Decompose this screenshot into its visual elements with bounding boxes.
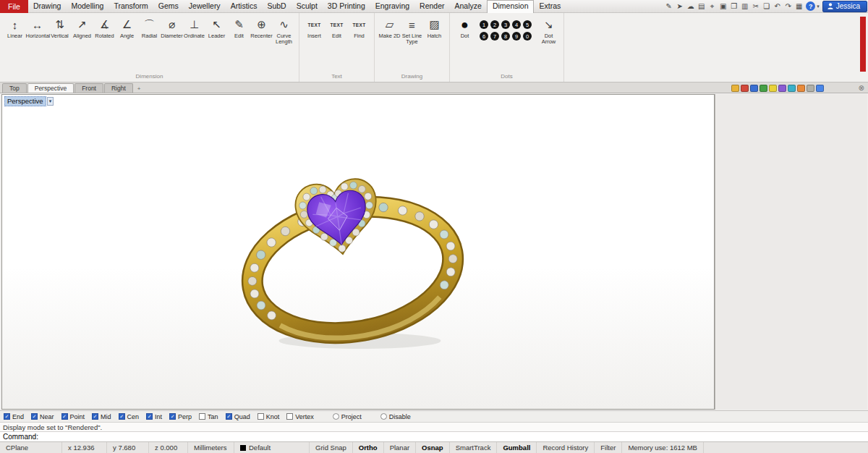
viewport-perspective[interactable]: Perspective ▾ bbox=[1, 94, 715, 410]
status-cplane[interactable]: CPlane bbox=[0, 442, 62, 453]
menu-sculpt[interactable]: Sculpt bbox=[292, 0, 323, 13]
angle-button[interactable]: ∠Angle bbox=[116, 15, 138, 40]
osnap-near[interactable]: ✓Near bbox=[31, 413, 54, 420]
dot-0-button[interactable]: 0 bbox=[523, 32, 532, 41]
edit-button[interactable]: ✎Edit bbox=[228, 15, 250, 40]
menu-render[interactable]: Render bbox=[414, 0, 449, 13]
osnap-mid[interactable]: ✓Mid bbox=[92, 413, 111, 420]
menu-dimension[interactable]: Dimension bbox=[487, 0, 535, 13]
dot-4-button[interactable]: 4 bbox=[512, 20, 521, 29]
close-panel-icon[interactable]: ⊗ bbox=[859, 84, 864, 93]
osnap-knot[interactable]: Knot bbox=[258, 413, 280, 420]
osnap-cen[interactable]: ✓Cen bbox=[119, 413, 140, 420]
dot-5-button[interactable]: 5 bbox=[523, 20, 532, 29]
screenshot-icon[interactable]: ▣ bbox=[718, 1, 728, 12]
redo-icon[interactable]: ↷ bbox=[783, 1, 793, 12]
osnap-tan[interactable]: Tan bbox=[199, 413, 218, 420]
rotated-button[interactable]: ∡Rotated bbox=[93, 15, 116, 40]
menu-artistics[interactable]: Artistics bbox=[226, 0, 263, 13]
viewport-title[interactable]: Perspective bbox=[4, 96, 46, 106]
dot-9-button[interactable]: 9 bbox=[512, 32, 521, 41]
menu-engraving[interactable]: Engraving bbox=[370, 0, 414, 13]
linear-button[interactable]: ↕Linear bbox=[4, 15, 26, 40]
clipboard-copy-icon[interactable]: ❐ bbox=[728, 1, 739, 12]
cloud-icon[interactable]: ☁ bbox=[685, 1, 696, 12]
viewport-title-menu[interactable]: Perspective ▾ bbox=[4, 96, 54, 106]
curve-length-button[interactable]: ∿Curve Length bbox=[273, 15, 295, 46]
chevron-down-icon[interactable]: ▾ bbox=[47, 97, 54, 106]
status-default[interactable]: Default bbox=[234, 442, 310, 453]
pointer-icon[interactable]: ➤ bbox=[674, 1, 685, 12]
status-x-12-936[interactable]: x 12.936 bbox=[62, 442, 107, 453]
add-view-tab-icon[interactable]: + bbox=[134, 85, 145, 93]
chevron-down-icon[interactable]: ▾ bbox=[817, 4, 820, 9]
osnap-end[interactable]: ✓End bbox=[4, 413, 24, 420]
status-millimeters[interactable]: Millimeters bbox=[188, 442, 234, 453]
annotate-pen-icon[interactable]: ✎ bbox=[663, 1, 674, 12]
mic-icon[interactable]: ⌖ bbox=[707, 1, 718, 12]
named-views-panel-icon[interactable] bbox=[807, 85, 814, 92]
view-tab-right[interactable]: Right bbox=[104, 83, 133, 93]
dot-8-button[interactable]: 8 bbox=[501, 32, 510, 41]
make-2d-button[interactable]: ▱Make 2D bbox=[378, 15, 401, 40]
status-grid-snap[interactable]: Grid Snap bbox=[310, 442, 353, 453]
status-ortho[interactable]: Ortho bbox=[353, 442, 384, 453]
paste-special-icon[interactable]: ▥ bbox=[739, 1, 750, 12]
dot-2-button[interactable]: 2 bbox=[490, 20, 499, 29]
ordinate-button[interactable]: ⊥Ordinate bbox=[183, 15, 205, 40]
properties-panel-icon[interactable] bbox=[731, 85, 739, 92]
view-tab-front[interactable]: Front bbox=[75, 83, 103, 93]
sun-panel-icon[interactable] bbox=[797, 85, 805, 92]
osnap-int[interactable]: ✓Int bbox=[146, 413, 162, 420]
status-smarttrack[interactable]: SmartTrack bbox=[450, 442, 498, 453]
view-tab-top[interactable]: Top bbox=[2, 83, 27, 93]
status-y-7-680[interactable]: y 7.680 bbox=[107, 442, 149, 453]
osnap-disable[interactable]: Disable bbox=[380, 413, 411, 420]
save-icon[interactable]: ▦ bbox=[793, 1, 804, 12]
help-panel-icon[interactable] bbox=[760, 85, 767, 92]
aligned-button[interactable]: ↗Aligned bbox=[71, 15, 93, 40]
file-menu[interactable]: File bbox=[0, 0, 28, 13]
menu-3d-printing[interactable]: 3D Printing bbox=[323, 0, 370, 13]
ring-model[interactable] bbox=[226, 161, 476, 353]
layers-panel-icon[interactable] bbox=[741, 85, 749, 92]
recenter-button[interactable]: ⊕Recenter bbox=[250, 15, 273, 40]
vertical-button[interactable]: ⇅Vertical bbox=[48, 15, 71, 40]
status-gumball[interactable]: Gumball bbox=[497, 442, 537, 453]
view-tab-perspective[interactable]: Perspective bbox=[27, 83, 74, 93]
find-button[interactable]: TEXTFind bbox=[348, 15, 370, 40]
insert-button[interactable]: TEXTInsert bbox=[303, 15, 326, 40]
radial-button[interactable]: ⌒Radial bbox=[138, 15, 161, 40]
status-osnap[interactable]: Osnap bbox=[416, 442, 450, 453]
libraries-panel-icon[interactable] bbox=[788, 85, 796, 92]
dot-button[interactable]: ●Dot bbox=[454, 15, 476, 40]
menu-drawing[interactable]: Drawing bbox=[28, 0, 67, 13]
leader-button[interactable]: ↖Leader bbox=[205, 15, 228, 40]
menu-analyze[interactable]: Analyze bbox=[450, 0, 487, 13]
command-input[interactable] bbox=[38, 432, 868, 441]
status-memory-use-1612-mb[interactable]: Memory use: 1612 MB bbox=[622, 442, 704, 453]
osnap-perp[interactable]: ✓Perp bbox=[169, 413, 192, 420]
edit-button[interactable]: TEXTEdit bbox=[326, 15, 348, 40]
status-record-history[interactable]: Record History bbox=[537, 442, 595, 453]
dot-3-button[interactable]: 3 bbox=[501, 20, 510, 29]
menu-subd[interactable]: SubD bbox=[262, 0, 291, 13]
menu-modelling[interactable]: Modelling bbox=[66, 0, 109, 13]
display-panel-icon[interactable] bbox=[750, 85, 758, 92]
status-planar[interactable]: Planar bbox=[384, 442, 416, 453]
copy-icon[interactable]: ❏ bbox=[761, 1, 772, 12]
status-z-0-000[interactable]: z 0.000 bbox=[149, 442, 188, 453]
dot-1-button[interactable]: 1 bbox=[480, 20, 488, 29]
menu-gems[interactable]: Gems bbox=[153, 0, 184, 13]
diameter-button[interactable]: ⌀Diameter bbox=[161, 15, 183, 40]
notes-panel-icon[interactable]: ▤ bbox=[696, 1, 707, 12]
osnap-point[interactable]: ✓Point bbox=[61, 413, 85, 420]
horizontal-button[interactable]: ↔Horizontal bbox=[26, 15, 48, 40]
cut-icon[interactable]: ✂ bbox=[750, 1, 761, 12]
osnap-project[interactable]: Project bbox=[333, 413, 362, 420]
dot-arrow-button[interactable]: ↘Dot Arrow bbox=[537, 15, 560, 46]
notes-panel-icon[interactable] bbox=[769, 85, 777, 92]
dot-7-button[interactable]: 7 bbox=[490, 32, 499, 41]
menu-transform[interactable]: Transform bbox=[109, 0, 153, 13]
help-icon[interactable]: ? bbox=[806, 1, 815, 11]
